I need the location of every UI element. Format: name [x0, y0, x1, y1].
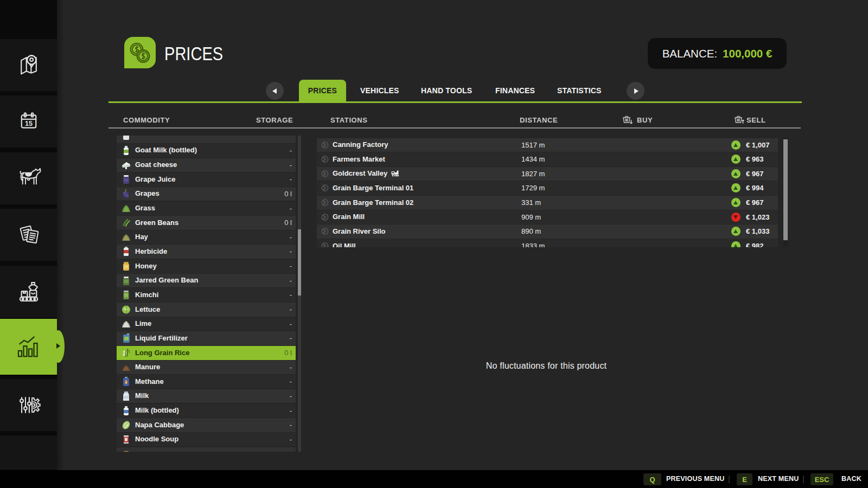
svg-text:15: 15 — [25, 120, 33, 127]
